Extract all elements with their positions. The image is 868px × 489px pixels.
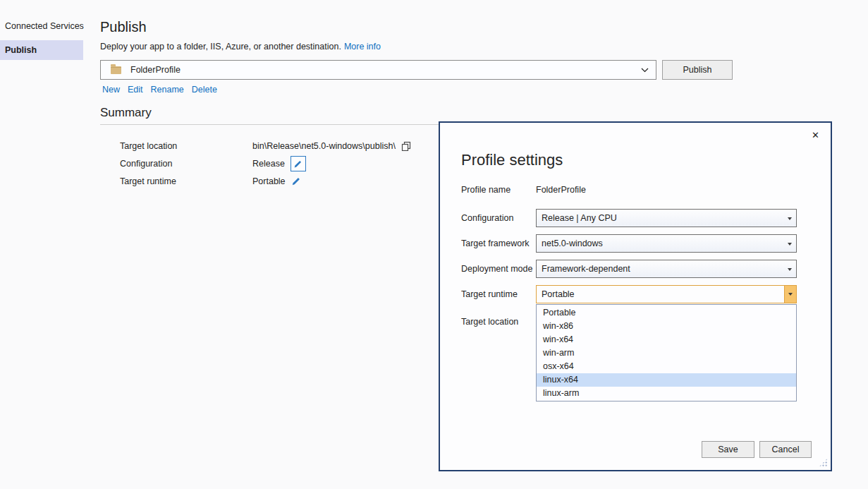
field-deployment-mode: Deployment mode Framework-dependent	[461, 260, 797, 278]
page-title: Publish	[100, 19, 147, 35]
summary-label: Target location	[120, 141, 252, 151]
field-label: Configuration	[461, 213, 536, 223]
runtime-option-osx-x64[interactable]: osx-x64	[537, 360, 796, 373]
publish-profile-select[interactable]: FolderProfile	[100, 60, 656, 80]
field-target-framework: Target framework net5.0-windows	[461, 234, 797, 253]
sidebar-item-connected-services[interactable]: Connected Services	[5, 21, 84, 31]
resize-grip[interactable]	[819, 458, 828, 467]
edit-profile-link[interactable]: Edit	[128, 85, 143, 95]
configuration-value: Release | Any CPU	[542, 213, 617, 223]
folder-icon	[111, 66, 121, 74]
summary-title: Summary	[100, 106, 152, 120]
runtime-option-win-x86[interactable]: win-x86	[537, 319, 796, 332]
chevron-down-icon	[788, 217, 792, 220]
dropdown-button[interactable]	[784, 286, 796, 303]
publish-button[interactable]: Publish	[662, 60, 733, 80]
field-label: Deployment mode	[461, 264, 536, 274]
runtime-option-portable[interactable]: Portable	[537, 306, 796, 319]
edit-pencil-icon[interactable]	[291, 176, 301, 186]
summary-value: Release	[252, 159, 285, 169]
target-framework-value: net5.0-windows	[542, 239, 603, 248]
field-label: Target location	[461, 317, 536, 327]
profile-settings-dialog: ✕ Profile settings Profile name FolderPr…	[439, 121, 832, 471]
summary-value: Portable	[252, 176, 286, 186]
field-label: Target framework	[461, 239, 536, 248]
page-description-text: Deploy your app to a folder, IIS, Azure,…	[100, 42, 341, 52]
configuration-select[interactable]: Release | Any CPU	[536, 209, 797, 227]
runtime-option-linux-x64[interactable]: linux-x64	[537, 373, 796, 387]
profile-name-value: FolderProfile	[536, 185, 586, 195]
summary-row-target-location: Target location bin\Release\net5.0-windo…	[120, 140, 411, 152]
rename-profile-link[interactable]: Rename	[151, 85, 184, 95]
copy-icon[interactable]	[401, 141, 411, 151]
cancel-button[interactable]: Cancel	[759, 441, 812, 458]
target-runtime-value: Portable	[542, 289, 575, 299]
field-target-location: Target location	[461, 315, 536, 328]
summary-row-target-runtime: Target runtime Portable	[120, 175, 301, 188]
field-label: Profile name	[461, 185, 536, 195]
deployment-mode-value: Framework-dependent	[542, 264, 630, 274]
field-target-runtime: Target runtime Portable	[461, 285, 797, 303]
sidebar-item-publish[interactable]: Publish	[0, 40, 83, 60]
dialog-title: Profile settings	[461, 151, 563, 169]
close-icon[interactable]: ✕	[812, 130, 819, 140]
summary-value: bin\Release\net5.0-windows\publish\	[252, 141, 396, 151]
publish-profile-value: FolderProfile	[130, 65, 181, 75]
chevron-down-icon	[788, 243, 792, 246]
delete-profile-link[interactable]: Delete	[192, 85, 217, 95]
chevron-down-icon	[788, 268, 792, 271]
target-runtime-select[interactable]: Portable	[536, 285, 797, 303]
profile-actions: New Edit Rename Delete	[102, 85, 217, 95]
page-description: Deploy your app to a folder, IIS, Azure,…	[100, 42, 381, 52]
runtime-option-win-x64[interactable]: win-x64	[537, 332, 796, 346]
target-runtime-dropdown-list: Portable win-x86 win-x64 win-arm osx-x64…	[536, 304, 797, 402]
summary-divider	[100, 124, 439, 125]
summary-label: Target runtime	[120, 176, 252, 186]
summary-label: Configuration	[120, 159, 252, 169]
chevron-down-icon	[641, 68, 649, 73]
runtime-option-linux-arm[interactable]: linux-arm	[537, 387, 796, 400]
chevron-down-icon	[788, 293, 793, 296]
runtime-option-win-arm[interactable]: win-arm	[537, 346, 796, 359]
summary-row-configuration: Configuration Release	[120, 157, 306, 170]
deployment-mode-select[interactable]: Framework-dependent	[536, 260, 797, 278]
save-button[interactable]: Save	[702, 441, 754, 458]
field-label: Target runtime	[461, 289, 536, 299]
field-profile-name: Profile name FolderProfile	[461, 183, 586, 196]
new-profile-link[interactable]: New	[102, 85, 120, 95]
more-info-link[interactable]: More info	[344, 42, 381, 52]
field-configuration: Configuration Release | Any CPU	[461, 209, 797, 227]
target-framework-select[interactable]: net5.0-windows	[536, 234, 797, 253]
edit-pencil-icon[interactable]	[291, 156, 306, 171]
